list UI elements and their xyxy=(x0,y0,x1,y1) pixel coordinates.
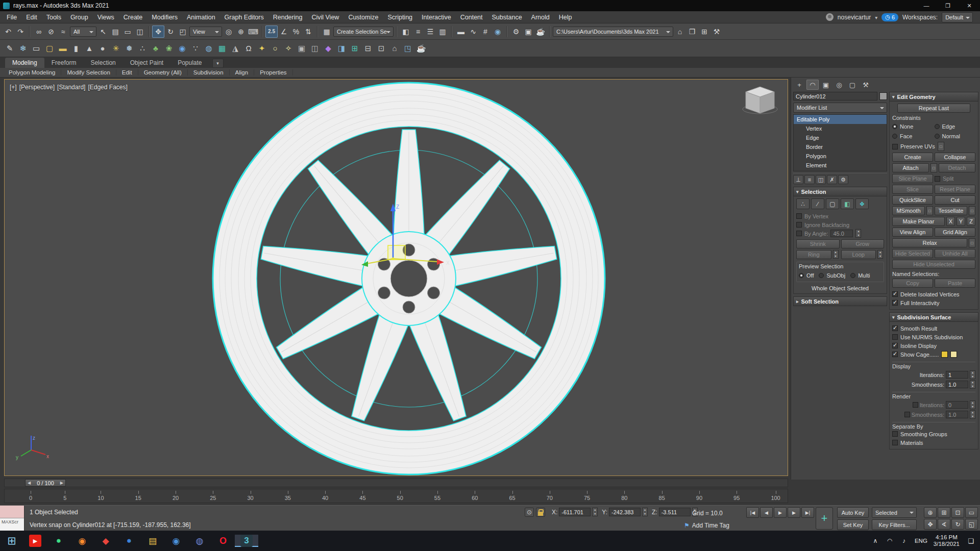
capsule-icon[interactable]: ▬ xyxy=(56,42,69,55)
pencil-icon[interactable]: ✎ xyxy=(3,42,16,55)
window-crossing-icon[interactable]: ◫ xyxy=(134,26,146,38)
render-smoothness-field[interactable]: 1.0 xyxy=(946,411,968,418)
create-button[interactable]: Create xyxy=(892,153,933,162)
close-button[interactable]: ✕ xyxy=(959,0,980,11)
zoom-icon[interactable]: ⊕ xyxy=(924,507,937,518)
y-coordinate-spinner[interactable] xyxy=(642,508,648,516)
delete-isolated-checkbox[interactable] xyxy=(892,291,898,297)
ribbon-panel-button[interactable]: Geometry (All) xyxy=(138,69,188,76)
orb-icon[interactable]: ◍ xyxy=(202,42,215,55)
display-smoothness-field[interactable]: 1.0 xyxy=(946,381,968,388)
ribbon-tab[interactable]: Populate xyxy=(170,58,209,68)
timeline-ruler[interactable]: 0510152025303540455055606570758085909510… xyxy=(4,489,788,503)
zoom-all-icon[interactable]: ⊞ xyxy=(938,507,950,518)
go-end-button[interactable]: ▶| xyxy=(801,507,814,518)
flower-icon[interactable]: ❀ xyxy=(162,42,176,55)
maximize-button[interactable]: ❐ xyxy=(937,0,959,11)
show-cage-row[interactable]: Show Cage...... xyxy=(892,350,975,359)
by-vertex-checkbox[interactable] xyxy=(796,213,802,219)
rollout-subdivision-surface[interactable]: Subdivision Surface xyxy=(889,312,978,322)
orbit-icon[interactable]: ↻ xyxy=(951,519,964,530)
mirror-tool-icon[interactable]: ◨ xyxy=(335,42,348,55)
ignore-backfacing-checkbox[interactable] xyxy=(796,222,802,228)
maximize-viewport-icon[interactable]: ◱ xyxy=(965,519,978,530)
app-green-icon[interactable]: ● xyxy=(47,535,70,547)
mirror-icon[interactable]: ◧ xyxy=(400,26,412,38)
copy-button[interactable]: Copy xyxy=(892,279,933,288)
select-and-rotate-icon[interactable]: ↻ xyxy=(164,26,177,38)
scene-explorer-icon[interactable]: ▥ xyxy=(436,26,449,38)
spacing-tool-icon[interactable]: ⊟ xyxy=(361,42,375,55)
viewport-label-token[interactable]: [Standard] xyxy=(57,84,85,91)
smooth-result-checkbox[interactable] xyxy=(892,325,898,331)
water-sphere-icon[interactable]: ◉ xyxy=(176,42,189,55)
full-interactivity-checkbox[interactable] xyxy=(892,300,898,306)
ribbon-tab[interactable]: Object Paint xyxy=(123,58,170,68)
pyramid-icon[interactable]: ◮ xyxy=(229,42,242,55)
foliage-icon[interactable]: ♣ xyxy=(149,42,162,55)
next-frame-arrow-icon[interactable]: ▶ xyxy=(59,481,64,485)
notification-badge[interactable]: ◷6 xyxy=(881,13,898,21)
snap-toggle-icon[interactable]: 2.5 xyxy=(265,26,278,38)
star-shape-icon[interactable]: ✳ xyxy=(109,42,122,55)
by-angle-spinner[interactable] xyxy=(855,229,861,238)
preserve-uvs-row[interactable]: Preserve UVs xyxy=(892,142,975,151)
start-button[interactable]: ⊞ xyxy=(0,535,23,547)
angle-snap-icon[interactable]: ∠ xyxy=(278,26,290,38)
attach-button[interactable]: Attach xyxy=(892,163,929,172)
split-checkbox[interactable] xyxy=(935,176,940,182)
show-cage-checkbox[interactable] xyxy=(892,352,898,357)
display-iterations-field[interactable]: 1 xyxy=(946,371,968,379)
schematic-view-icon[interactable]: # xyxy=(479,26,492,38)
hide-selected-button[interactable]: Hide Selected xyxy=(892,249,933,258)
make-planar-z-button[interactable]: Z xyxy=(967,217,975,226)
pan-icon[interactable]: ✥ xyxy=(924,519,937,530)
key-filter-dropdown[interactable]: Selected xyxy=(872,507,917,518)
constraint-radio[interactable]: Face xyxy=(892,132,934,140)
menu-item[interactable]: Tools xyxy=(42,11,66,23)
teapot-render-icon[interactable]: ☕ xyxy=(414,42,428,55)
minimize-button[interactable]: — xyxy=(916,0,937,11)
shrink-button[interactable]: Shrink xyxy=(796,239,840,248)
unlink-selection-icon[interactable]: ⊘ xyxy=(45,26,57,38)
unhide-all-button[interactable]: Unhide All xyxy=(935,249,975,258)
set-key-button[interactable]: Set Key xyxy=(837,519,869,530)
scatter-icon[interactable]: ∴ xyxy=(136,42,149,55)
z-coordinate-field[interactable]: -3.511 xyxy=(659,508,691,516)
collapse-button[interactable]: Collapse xyxy=(935,153,975,162)
rollout-soft-selection[interactable]: Soft Selection xyxy=(793,296,887,306)
full-interactivity-row[interactable]: Full Interactivity xyxy=(892,298,975,307)
spinner-snap-icon[interactable]: ⇅ xyxy=(302,26,314,38)
smoothing-groups-checkbox[interactable] xyxy=(892,431,898,437)
prev-frame-arrow-icon[interactable]: ◀ xyxy=(27,481,32,485)
preserve-uvs-settings-icon[interactable] xyxy=(938,142,944,151)
loop-spinner[interactable] xyxy=(877,250,883,259)
box-select-icon[interactable]: ▭ xyxy=(30,42,43,55)
polygon-mode-icon[interactable]: ◧ xyxy=(841,198,854,209)
user-name[interactable]: nosevicartur xyxy=(838,14,871,21)
cone-primitive-icon[interactable]: ▲ xyxy=(83,42,96,55)
menu-item[interactable]: Civil View xyxy=(307,11,344,23)
edge-mode-icon[interactable]: ∕ xyxy=(811,198,824,209)
render-setup-icon[interactable]: ⚙ xyxy=(510,26,522,38)
snowflake-icon[interactable]: ❅ xyxy=(122,42,136,55)
hide-unselected-button[interactable]: Hide Unselected xyxy=(892,260,975,269)
ribbon-toggle-icon[interactable]: ▬ xyxy=(455,26,467,38)
system-clock[interactable]: 4:16 PM 3/18/2021 xyxy=(934,534,960,547)
by-angle-row[interactable]: By Angle: 45.0 xyxy=(796,229,884,238)
ribbon-tab[interactable]: Freeform xyxy=(44,58,84,68)
edge-icon[interactable]: ● xyxy=(117,535,141,547)
msmooth-settings-icon[interactable] xyxy=(926,206,933,215)
keyboard-override-icon[interactable]: ⌨ xyxy=(247,26,259,38)
configure-modifier-icon[interactable]: ⚙ xyxy=(838,175,848,184)
utilities-tab-icon[interactable]: ⚒ xyxy=(860,80,872,90)
preview-selection-radio[interactable]: SubObj xyxy=(819,271,845,280)
particles-icon[interactable]: ∵ xyxy=(189,42,202,55)
cage-color-swatch-1[interactable] xyxy=(941,351,948,358)
constraint-radio[interactable]: None xyxy=(892,122,934,131)
create-key-button[interactable]: + xyxy=(816,507,833,530)
attach-list-icon[interactable] xyxy=(930,163,937,172)
undo-icon[interactable]: ↶ xyxy=(2,26,14,38)
grid-align-button[interactable]: Grid Align xyxy=(935,228,975,237)
add-time-tag[interactable]: ⚑ Add Time Tag xyxy=(684,522,729,529)
